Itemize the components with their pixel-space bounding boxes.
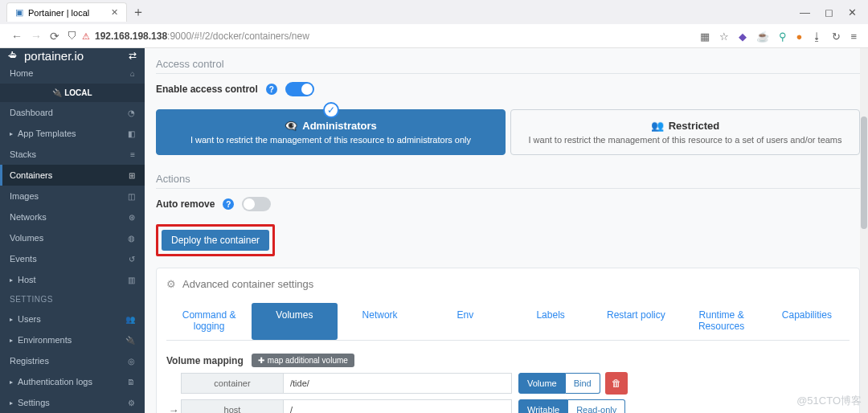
- tab-restart-policy[interactable]: Restart policy: [593, 303, 678, 340]
- plug-icon: 🔌: [125, 336, 135, 345]
- close-button[interactable]: ✕: [848, 6, 857, 18]
- menu-icon[interactable]: ≡: [850, 31, 857, 43]
- bookmark-icon[interactable]: ☆: [719, 31, 729, 43]
- download-icon[interactable]: ⭳: [812, 31, 822, 43]
- history-icon[interactable]: ↻: [832, 31, 841, 43]
- help-icon[interactable]: ?: [223, 198, 234, 210]
- tab-capabilities[interactable]: Capabilities: [764, 303, 850, 340]
- container-icon: ⊞: [129, 171, 135, 180]
- back-button[interactable]: ←: [11, 30, 23, 43]
- tab-env[interactable]: Env: [423, 303, 508, 340]
- forward-button[interactable]: →: [31, 30, 42, 43]
- watermark: @51CTO博客: [796, 394, 862, 408]
- chevron-right-icon: ▸: [10, 337, 13, 344]
- url-bar[interactable]: ⛉ ⚠ 192.168.198.138:9000/#!/2/docker/con…: [68, 31, 692, 42]
- sidebar-item-images[interactable]: Images◫: [0, 186, 145, 206]
- gear-icon: ⚙: [166, 278, 176, 290]
- chevron-right-icon: ▸: [10, 130, 13, 137]
- minimize-button[interactable]: —: [800, 6, 810, 18]
- close-icon[interactable]: ✕: [111, 7, 118, 18]
- qr-icon[interactable]: ▦: [700, 31, 710, 43]
- card-restricted[interactable]: 👥Restricted I want to restrict the manag…: [510, 109, 860, 155]
- browser-tab[interactable]: ▣ Portainer | local ✕: [6, 2, 127, 22]
- deploy-button[interactable]: Deploy the container: [162, 230, 269, 251]
- stack-icon: ≡: [130, 150, 135, 159]
- mount-type-toggle: Volume Bind: [518, 373, 600, 394]
- tab-command-logging[interactable]: Command & logging: [166, 303, 252, 340]
- app: ⛴ portainer.io ⇄ Home⌂ 🔌 LOCAL Dashboard…: [0, 48, 868, 413]
- logo-text: portainer.io: [24, 49, 84, 63]
- address-icons: ▦ ☆ ◆ ☕ ⚲ ● ⭳ ↻ ≡: [700, 31, 857, 43]
- tab-labels[interactable]: Labels: [508, 303, 593, 340]
- auto-remove-toggle[interactable]: [242, 197, 271, 211]
- sidebar-item-stacks[interactable]: Stacks≡: [0, 144, 145, 165]
- sidebar-item-auth-logs[interactable]: ▸Authentication logs🗎: [0, 371, 145, 392]
- sidebar-item-settings[interactable]: ▸Settings⚙: [0, 392, 145, 413]
- reload-button[interactable]: ⟳: [50, 30, 59, 43]
- pill-readonly[interactable]: Read-only: [568, 399, 625, 413]
- maximize-button[interactable]: ◻: [825, 6, 833, 18]
- container-path-input[interactable]: [284, 373, 512, 394]
- sidebar-item-registries[interactable]: Registries◎: [0, 350, 145, 371]
- enable-access-label: Enable access control: [156, 84, 258, 95]
- users-icon: 👥: [125, 315, 135, 324]
- tab-title: Portainer | local: [28, 8, 89, 18]
- sidebar-item-users[interactable]: ▸Users👥: [0, 309, 145, 329]
- settings-tabs: Command & logging Volumes Network Env La…: [166, 303, 850, 341]
- delete-mapping-button[interactable]: 🗑: [605, 372, 628, 395]
- sidebar: ⛴ portainer.io ⇄ Home⌂ 🔌 LOCAL Dashboard…: [0, 48, 145, 413]
- event-icon: ↺: [129, 255, 135, 264]
- deploy-highlight: Deploy the container: [156, 224, 275, 256]
- url-text: 192.168.198.138:9000/#!/2/docker/contain…: [95, 31, 309, 42]
- address-row: ← → ⟳ ⛉ ⚠ 192.168.198.138:9000/#!/2/dock…: [0, 24, 868, 48]
- sidebar-item-networks[interactable]: Networks⊛: [0, 206, 145, 227]
- eye-slash-icon: 👁‍🗨: [285, 120, 297, 132]
- plug-icon: 🔌: [52, 88, 62, 97]
- sidebar-item-events[interactable]: Events↺: [0, 248, 145, 269]
- trash-icon: 🗑: [612, 378, 621, 389]
- sidebar-item-dashboard[interactable]: Dashboard◔: [0, 102, 145, 123]
- scrollbar[interactable]: [860, 48, 868, 413]
- sidebar-settings-header: SETTINGS: [0, 290, 145, 309]
- access-cards: ✓ 👁‍🗨Administrators I want to restrict t…: [156, 109, 860, 155]
- section-actions: Actions: [156, 170, 860, 189]
- pill-writable[interactable]: Writable: [518, 399, 568, 413]
- mapping-row-container: container Volume Bind 🗑: [166, 372, 850, 395]
- gear-icon: ⚙: [128, 399, 135, 407]
- ext4-icon[interactable]: ●: [796, 31, 803, 43]
- container-path-label: container: [181, 373, 284, 394]
- shield-icon: ⛉: [68, 31, 77, 42]
- tab-runtime-resources[interactable]: Runtime & Resources: [679, 303, 764, 340]
- new-tab-button[interactable]: ＋: [132, 4, 145, 21]
- tab-row: ▣ Portainer | local ✕ ＋ — ◻ ✕: [0, 0, 868, 24]
- host-icon: ▥: [128, 276, 135, 284]
- sidebar-item-volumes[interactable]: Volumes◍: [0, 227, 145, 248]
- ext2-icon[interactable]: ☕: [756, 31, 769, 43]
- enable-access-row: Enable access control ?: [156, 82, 860, 96]
- sidebar-group-local[interactable]: 🔌 LOCAL: [0, 84, 145, 102]
- host-path-input[interactable]: [284, 399, 512, 413]
- chevron-right-icon: ▸: [10, 316, 13, 323]
- template-icon: ◧: [128, 129, 135, 138]
- tab-volumes[interactable]: Volumes: [252, 303, 337, 340]
- enable-access-toggle[interactable]: [285, 82, 314, 96]
- sidebar-item-environments[interactable]: ▸Environments🔌: [0, 329, 145, 350]
- help-icon[interactable]: ?: [266, 84, 277, 95]
- volume-mapping-label: Volume mapping: [166, 355, 244, 366]
- sidebar-item-app-templates[interactable]: ▸App Templates◧: [0, 123, 145, 144]
- image-icon: ◫: [128, 192, 135, 201]
- pill-bind[interactable]: Bind: [566, 373, 600, 394]
- ext3-icon[interactable]: ⚲: [779, 31, 787, 43]
- section-access-control: Access control: [156, 55, 860, 74]
- volume-icon: ◍: [128, 234, 135, 243]
- tab-network[interactable]: Network: [338, 303, 423, 340]
- sidebar-item-containers[interactable]: Containers⊞: [0, 165, 145, 186]
- auto-remove-row: Auto remove ?: [156, 197, 860, 211]
- add-volume-button[interactable]: ✚map additional volume: [252, 354, 354, 367]
- pill-volume[interactable]: Volume: [518, 373, 566, 394]
- sidebar-item-home[interactable]: Home⌂: [0, 63, 145, 84]
- collapse-icon[interactable]: ⇄: [129, 50, 137, 61]
- card-administrators[interactable]: ✓ 👁‍🗨Administrators I want to restrict t…: [156, 109, 506, 155]
- sidebar-item-host[interactable]: ▸Host▥: [0, 269, 145, 290]
- ext1-icon[interactable]: ◆: [739, 31, 747, 43]
